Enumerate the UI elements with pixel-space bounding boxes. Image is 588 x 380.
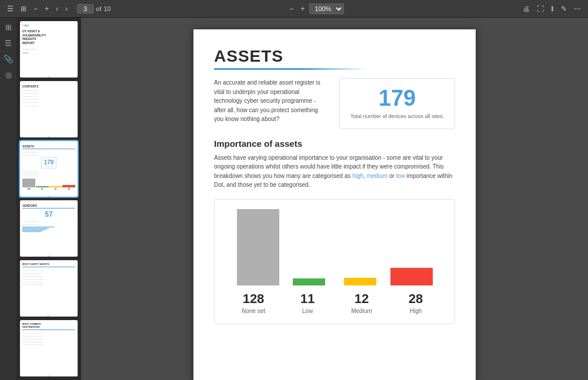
zoom-minus-button[interactable]: − xyxy=(287,4,296,14)
pen-button[interactable]: ✎ xyxy=(559,4,569,14)
chart-label-none: 128 None set xyxy=(226,291,280,314)
thumbnails-icon[interactable]: ⊞ xyxy=(4,21,14,33)
chart-category-high: High xyxy=(389,308,443,314)
toolbar: ☰ ⊞ − + ‹ › of 10 − + 100% 75% 125% 150%… xyxy=(0,0,588,18)
chart-bars xyxy=(226,209,443,285)
stat-number: 179 xyxy=(350,87,444,109)
bar-high xyxy=(390,268,433,285)
thumbnail-1[interactable]: • dot OT ASSET &VULNERABILITYINSIGHTSREP… xyxy=(20,21,78,78)
body-text: Assets have varying operational importan… xyxy=(214,153,455,190)
chart-label-high: 28 High xyxy=(389,291,443,314)
thumbnail-2[interactable]: CONTENTS ───────────────────────────────… xyxy=(20,81,78,137)
zoom-in-toolbar-button[interactable]: + xyxy=(42,4,51,14)
thumbnail-4[interactable]: VENDORS 57 ────────────────────────── 4 xyxy=(20,200,78,257)
stat-label: Total number of devices across all sites… xyxy=(350,113,444,120)
chart-label-medium: 12 Medium xyxy=(335,291,389,314)
bar-medium xyxy=(344,278,376,285)
cursor-button[interactable]: 𝐈 xyxy=(549,4,556,14)
nav-prev-button[interactable]: ‹ xyxy=(54,4,61,14)
content-area: ASSETS An accurate and reliable asset re… xyxy=(81,18,588,380)
page-navigation: of 10 xyxy=(77,4,111,14)
toolbar-center: − + 100% 75% 125% 150% xyxy=(114,4,517,14)
chart-value-high: 28 xyxy=(389,291,443,307)
sidebar-toggle-button[interactable]: ☰ xyxy=(5,4,16,14)
chart-value-medium: 12 xyxy=(335,291,389,307)
main-area: ⊞ ☰ 📎 ◎ • dot OT ASSET &VULNERABILITYINS… xyxy=(0,18,588,380)
layers-icon[interactable]: ◎ xyxy=(4,69,14,81)
chart-category-none: None set xyxy=(226,308,280,314)
page-number-input[interactable] xyxy=(77,4,93,14)
thumbnails-panel: • dot OT ASSET &VULNERABILITYINSIGHTSREP… xyxy=(16,18,81,380)
zoom-select[interactable]: 100% 75% 125% 150% xyxy=(309,4,344,14)
zoom-out-toolbar-button[interactable]: − xyxy=(31,4,40,14)
chart-value-low: 11 xyxy=(280,291,335,307)
bar-group-medium xyxy=(335,209,386,285)
page-total-label: 10 xyxy=(103,5,111,12)
toolbar-left: ☰ ⊞ − + ‹ › of 10 xyxy=(5,4,111,14)
link-high: high xyxy=(352,173,363,179)
thumbnail-6[interactable]: MOST COMMONDESTINATIONS ─── ─── ─── ─── … xyxy=(20,320,78,376)
sidebar-icon-panel: ⊞ ☰ 📎 ◎ xyxy=(0,18,16,380)
zoom-plus-button[interactable]: + xyxy=(298,4,307,14)
page-title: ASSETS xyxy=(214,47,455,66)
chart-value-none: 128 xyxy=(226,291,280,307)
print-button[interactable]: 🖨 xyxy=(520,4,532,14)
chart-category-low: Low xyxy=(280,308,335,314)
title-underline xyxy=(214,68,367,70)
outline-icon[interactable]: ☰ xyxy=(3,37,14,49)
link-low: low xyxy=(396,173,405,179)
document-page: ASSETS An accurate and reliable asset re… xyxy=(193,29,476,380)
bar-group-none xyxy=(232,209,283,285)
nav-next-button[interactable]: › xyxy=(63,4,70,14)
fit-button[interactable]: ⛶ xyxy=(534,4,546,14)
intro-row: An accurate and reliable asset register … xyxy=(214,78,455,129)
attachment-icon[interactable]: 📎 xyxy=(2,53,15,65)
page-title-section: ASSETS xyxy=(214,47,455,70)
view-mode-button[interactable]: ⊞ xyxy=(18,4,29,14)
chart-container: 128 None set 11 Low 12 Medium 28 High xyxy=(214,199,455,324)
chart-label-low: 11 Low xyxy=(280,291,335,314)
chart-category-medium: Medium xyxy=(335,308,389,314)
chart-labels: 128 None set 11 Low 12 Medium 28 High xyxy=(226,291,443,314)
thumbnail-5[interactable]: MOST CHATTY ASSETS ─── ─── ─── ─── ─── ─… xyxy=(20,260,78,317)
bar-group-low xyxy=(283,209,335,285)
page-of-label: of xyxy=(96,5,101,12)
section-heading: Importance of assets xyxy=(214,139,455,149)
link-medium: medium xyxy=(367,173,388,179)
thumbnail-3[interactable]: ASSETS ────────────────────────── 179 To… xyxy=(20,141,78,197)
intro-text: An accurate and reliable asset register … xyxy=(214,78,329,124)
stat-box: 179 Total number of devices across all s… xyxy=(339,78,455,129)
toolbar-right: 🖨 ⛶ 𝐈 ✎ ⋯ xyxy=(520,4,583,14)
bar-none xyxy=(237,209,279,285)
more-button[interactable]: ⋯ xyxy=(572,4,583,14)
bar-low xyxy=(293,278,325,285)
bar-group-high xyxy=(386,209,437,285)
